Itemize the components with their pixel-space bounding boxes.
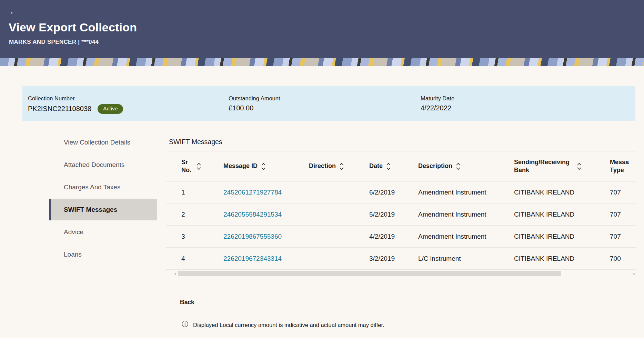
summary-bar: Collection Number PK2ISNC221108038 Activ… [22,86,635,121]
date-cell: 6/2/2019 [366,189,415,196]
field-label: Maturity Date [421,95,454,102]
sr-no-cell: 4 [166,255,221,262]
column-header-date[interactable]: Date [366,162,415,170]
swift-messages-table: Sr No. Message ID Direction Date Descrip… [166,151,636,270]
table-row: 3 2262019867555360 4/2/2019 Amendment In… [166,226,636,248]
page-title: View Export Collection [9,21,137,34]
column-label: Description [418,162,452,170]
sidebar-item-advice[interactable]: Advice [49,221,157,243]
summary-field-maturity-date: Maturity Date 4/22/2022 [421,95,454,112]
sr-no-cell: 2 [166,211,221,218]
table-row: 1 2452061271927784 6/2/2019 Amendment In… [166,181,636,203]
sidebar-nav: View Collection Details Attached Documen… [49,131,157,266]
view-export-collection-screen: ← View Export Collection MARKS AND SPENC… [0,0,644,338]
sr-no-cell: 3 [166,233,221,240]
message-id-link[interactable]: 2462055584291534 [223,211,282,218]
section-title: SWIFT Messages [169,138,222,146]
main-panel: SWIFT Messages Sr No. Message ID Directi… [166,133,636,288]
table-row: 4 2262019672343314 3/2/2019 L/C instrume… [166,248,636,270]
column-header-message-type[interactable]: Messa Type [607,158,636,174]
sidebar-item-charges-and-taxes[interactable]: Charges And Taxes [49,176,157,198]
bank-cell: CITIBANK IRELAND [511,233,607,240]
sort-icon[interactable] [577,162,582,170]
info-note-text: Displayed Local currency amount is indic… [193,321,384,328]
column-label: Message ID [223,162,258,170]
sort-icon[interactable] [261,162,266,170]
info-icon: ⓘ [182,321,188,328]
column-header-direction[interactable]: Direction [306,162,366,170]
message-type-cell: 707 [607,233,636,240]
status-badge: Active [98,104,123,114]
message-type-cell: 707 [607,211,636,218]
description-cell: Amendment Instrument [415,189,511,196]
sidebar-item-loans[interactable]: Loans [49,243,157,266]
summary-field-collection-number: Collection Number PK2ISNC221108038 Activ… [28,95,123,114]
outstanding-amount-value: £100.00 [229,104,253,112]
column-label: Messa Type [610,158,631,174]
page-subtitle: MARKS AND SPENCER | ***044 [9,39,99,46]
column-label: Direction [309,162,336,170]
bank-cell: CITIBANK IRELAND [511,255,607,262]
column-header-sending-receiving-bank[interactable]: Sending/Receiving Bank [511,158,607,174]
sort-icon[interactable] [386,162,391,170]
back-link[interactable]: Back [180,299,194,306]
date-cell: 4/2/2019 [366,233,415,240]
message-id-link[interactable]: 2452061271927784 [223,189,282,196]
sidebar-item-attached-documents[interactable]: Attached Documents [49,153,157,176]
back-arrow-icon[interactable]: ← [9,7,18,16]
date-cell: 5/2/2019 [366,211,415,218]
sort-icon[interactable] [456,162,461,170]
sort-icon[interactable] [197,162,201,170]
field-label: Outstanding Amount [229,95,280,102]
bank-cell: CITIBANK IRELAND [511,189,607,196]
decorative-banner [0,58,644,66]
sr-no-cell: 1 [166,189,221,196]
sort-icon[interactable] [339,162,344,170]
table-row: 2 2462055584291534 5/2/2019 Amendment In… [166,203,636,226]
table-header-row: Sr No. Message ID Direction Date Descrip… [166,151,636,181]
horizontal-scrollbar[interactable]: ◂ ▸ [174,271,636,276]
description-cell: L/C instrument [415,255,511,262]
frozen-column-divider [558,157,558,190]
sidebar-item-view-collection-details[interactable]: View Collection Details [49,131,157,153]
scroll-right-icon[interactable]: ▸ [633,271,635,276]
description-cell: Amendment Instrument [415,233,511,240]
summary-field-outstanding-amount: Outstanding Amount £100.00 [229,95,280,112]
info-note-row: ⓘ Displayed Local currency amount is ind… [182,321,384,328]
column-header-description[interactable]: Description [415,162,511,170]
message-type-cell: 700 [607,255,636,262]
column-label: Sr No. [181,158,193,174]
field-label: Collection Number [28,95,123,102]
app-header: ← View Export Collection MARKS AND SPENC… [0,0,644,58]
column-label: Sending/Receiving Bank [514,158,573,174]
collection-number-value: PK2ISNC221108038 [28,105,91,113]
sidebar-item-swift-messages[interactable]: SWIFT Messages [49,199,157,220]
column-header-sr-no[interactable]: Sr No. [166,158,221,174]
message-id-link[interactable]: 2262019867555360 [223,233,282,240]
description-cell: Amendment Instrument [415,211,511,218]
scrollbar-thumb[interactable] [178,271,561,276]
date-cell: 3/2/2019 [366,255,415,262]
column-label: Date [369,162,383,170]
message-type-cell: 707 [607,189,636,196]
bank-cell: CITIBANK IRELAND [511,211,607,218]
maturity-date-value: 4/22/2022 [421,104,451,112]
column-header-message-id[interactable]: Message ID [221,162,306,170]
message-id-link[interactable]: 2262019672343314 [223,255,282,262]
scroll-left-icon[interactable]: ◂ [174,271,176,276]
